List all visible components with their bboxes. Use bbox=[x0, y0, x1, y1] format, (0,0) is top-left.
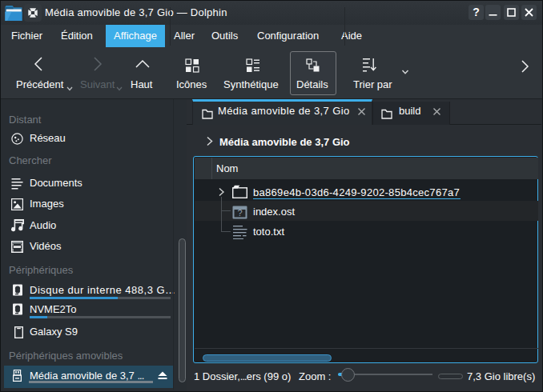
svg-text:?: ? bbox=[237, 208, 242, 218]
